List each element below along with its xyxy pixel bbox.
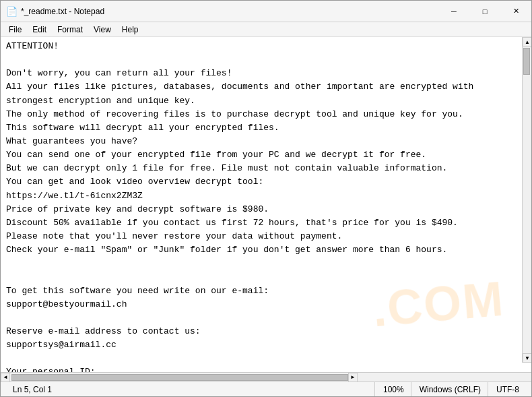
status-bar: Ln 5, Col 1 100% Windows (CRLF) UTF-8 [1, 381, 531, 396]
cursor-position: Ln 5, Col 1 [13, 385, 52, 394]
h-scroll-thumb[interactable] [11, 374, 348, 381]
encoding: UTF-8 [496, 385, 519, 394]
menu-bar: File Edit Format View Help [1, 22, 531, 37]
minimize-button[interactable]: ─ [438, 1, 469, 22]
window-controls: ─ □ ✕ [438, 1, 531, 22]
maximize-button[interactable]: □ [469, 1, 500, 22]
vertical-scrollbar[interactable]: ▲ ▼ [522, 37, 531, 363]
menu-edit[interactable]: Edit [27, 24, 52, 36]
horizontal-scrollbar[interactable]: ◄ ► [1, 372, 531, 381]
menu-view[interactable]: View [88, 24, 117, 36]
scroll-right-arrow[interactable]: ► [348, 373, 358, 382]
menu-help[interactable]: Help [117, 24, 144, 36]
line-ending: Windows (CRLF) [420, 385, 481, 394]
close-button[interactable]: ✕ [500, 1, 531, 22]
scroll-up-arrow[interactable]: ▲ [523, 37, 531, 47]
content-area: ATTENTION! Don't worry, you can return a… [1, 37, 531, 372]
window-title: *_readme.txt - Notepad [21, 7, 104, 16]
menu-file[interactable]: File [3, 24, 27, 36]
notepad-window: 📄 *_readme.txt - Notepad ─ □ ✕ File Edit… [0, 0, 532, 397]
status-zoom: 100% [376, 382, 411, 396]
scroll-left-arrow[interactable]: ◄ [1, 373, 10, 382]
status-position: Ln 5, Col 1 [6, 382, 375, 396]
app-icon: 📄 [6, 6, 17, 17]
menu-format[interactable]: Format [52, 24, 88, 36]
status-encoding: UTF-8 [490, 382, 526, 396]
title-bar-left: 📄 *_readme.txt - Notepad [6, 6, 104, 17]
text-editor[interactable]: ATTENTION! Don't worry, you can return a… [1, 37, 531, 372]
scroll-down-arrow[interactable]: ▼ [523, 353, 531, 363]
scroll-track[interactable] [523, 47, 531, 353]
status-line-ending: Windows (CRLF) [413, 382, 488, 396]
scroll-thumb[interactable] [523, 48, 530, 75]
zoom-level: 100% [383, 385, 404, 394]
title-bar: 📄 *_readme.txt - Notepad ─ □ ✕ [1, 1, 531, 22]
